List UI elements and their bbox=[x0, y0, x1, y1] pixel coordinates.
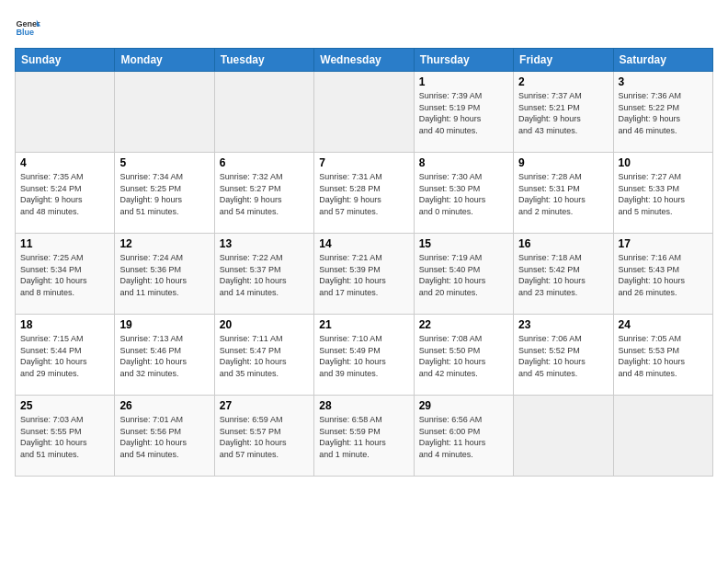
weekday-header-saturday: Saturday bbox=[613, 49, 712, 72]
calendar-cell: 10Sunrise: 7:27 AM Sunset: 5:33 PM Dayli… bbox=[613, 153, 712, 234]
day-number: 14 bbox=[319, 237, 408, 250]
day-info: Sunrise: 7:13 AM Sunset: 5:46 PM Dayligh… bbox=[119, 333, 209, 379]
calendar-cell: 2Sunrise: 7:37 AM Sunset: 5:21 PM Daylig… bbox=[514, 72, 613, 153]
day-number: 3 bbox=[619, 75, 708, 88]
calendar-cell: 7Sunrise: 7:31 AM Sunset: 5:28 PM Daylig… bbox=[314, 153, 414, 234]
day-info: Sunrise: 7:06 AM Sunset: 5:52 PM Dayligh… bbox=[518, 333, 608, 379]
day-info: Sunrise: 7:18 AM Sunset: 5:42 PM Dayligh… bbox=[518, 252, 608, 298]
calendar-cell: 17Sunrise: 7:16 AM Sunset: 5:43 PM Dayli… bbox=[613, 234, 712, 315]
day-number: 19 bbox=[119, 318, 209, 331]
day-number: 9 bbox=[518, 156, 608, 169]
day-number: 23 bbox=[518, 318, 608, 331]
day-number: 6 bbox=[220, 156, 309, 169]
day-number: 27 bbox=[220, 399, 309, 412]
calendar-cell: 11Sunrise: 7:25 AM Sunset: 5:34 PM Dayli… bbox=[16, 234, 115, 315]
calendar-cell: 19Sunrise: 7:13 AM Sunset: 5:46 PM Dayli… bbox=[115, 315, 214, 396]
day-number: 18 bbox=[20, 318, 109, 331]
day-info: Sunrise: 7:10 AM Sunset: 5:49 PM Dayligh… bbox=[319, 333, 408, 379]
day-number: 16 bbox=[518, 237, 608, 250]
calendar-cell: 3Sunrise: 7:36 AM Sunset: 5:22 PM Daylig… bbox=[613, 72, 712, 153]
calendar-table: SundayMondayTuesdayWednesdayThursdayFrid… bbox=[15, 48, 713, 477]
day-info: Sunrise: 7:01 AM Sunset: 5:56 PM Dayligh… bbox=[119, 414, 209, 460]
logo: General Blue bbox=[15, 15, 44, 40]
calendar-cell: 16Sunrise: 7:18 AM Sunset: 5:42 PM Dayli… bbox=[514, 234, 613, 315]
day-info: Sunrise: 7:27 AM Sunset: 5:33 PM Dayligh… bbox=[619, 171, 708, 217]
day-info: Sunrise: 7:15 AM Sunset: 5:44 PM Dayligh… bbox=[20, 333, 109, 379]
day-number: 2 bbox=[518, 75, 608, 88]
day-info: Sunrise: 6:59 AM Sunset: 5:57 PM Dayligh… bbox=[220, 414, 309, 460]
calendar-cell: 5Sunrise: 7:34 AM Sunset: 5:25 PM Daylig… bbox=[115, 153, 214, 234]
calendar-cell: 25Sunrise: 7:03 AM Sunset: 5:55 PM Dayli… bbox=[16, 396, 115, 477]
calendar-cell: 12Sunrise: 7:24 AM Sunset: 5:36 PM Dayli… bbox=[115, 234, 214, 315]
calendar-cell: 29Sunrise: 6:56 AM Sunset: 6:00 PM Dayli… bbox=[414, 396, 513, 477]
day-number: 15 bbox=[419, 237, 508, 250]
calendar-cell: 27Sunrise: 6:59 AM Sunset: 5:57 PM Dayli… bbox=[214, 396, 313, 477]
day-number: 7 bbox=[319, 156, 408, 169]
calendar-cell bbox=[16, 72, 115, 153]
calendar-cell: 6Sunrise: 7:32 AM Sunset: 5:27 PM Daylig… bbox=[214, 153, 313, 234]
day-number: 20 bbox=[220, 318, 309, 331]
weekday-header-thursday: Thursday bbox=[414, 49, 513, 72]
day-number: 10 bbox=[619, 156, 708, 169]
day-number: 24 bbox=[619, 318, 708, 331]
calendar-cell: 15Sunrise: 7:19 AM Sunset: 5:40 PM Dayli… bbox=[414, 234, 513, 315]
weekday-header-friday: Friday bbox=[514, 49, 613, 72]
day-number: 8 bbox=[419, 156, 508, 169]
calendar-cell: 24Sunrise: 7:05 AM Sunset: 5:53 PM Dayli… bbox=[613, 315, 712, 396]
day-info: Sunrise: 7:34 AM Sunset: 5:25 PM Dayligh… bbox=[119, 171, 209, 217]
calendar-cell: 14Sunrise: 7:21 AM Sunset: 5:39 PM Dayli… bbox=[314, 234, 414, 315]
day-number: 22 bbox=[419, 318, 508, 331]
day-number: 1 bbox=[419, 75, 508, 88]
calendar-week-row: 4Sunrise: 7:35 AM Sunset: 5:24 PM Daylig… bbox=[16, 153, 713, 234]
day-info: Sunrise: 6:58 AM Sunset: 5:59 PM Dayligh… bbox=[319, 414, 408, 460]
day-info: Sunrise: 7:16 AM Sunset: 5:43 PM Dayligh… bbox=[619, 252, 708, 298]
calendar-cell: 1Sunrise: 7:39 AM Sunset: 5:19 PM Daylig… bbox=[414, 72, 513, 153]
calendar-week-row: 25Sunrise: 7:03 AM Sunset: 5:55 PM Dayli… bbox=[16, 396, 713, 477]
calendar-cell: 21Sunrise: 7:10 AM Sunset: 5:49 PM Dayli… bbox=[314, 315, 414, 396]
calendar-cell: 28Sunrise: 6:58 AM Sunset: 5:59 PM Dayli… bbox=[314, 396, 414, 477]
calendar-week-row: 18Sunrise: 7:15 AM Sunset: 5:44 PM Dayli… bbox=[16, 315, 713, 396]
day-info: Sunrise: 7:24 AM Sunset: 5:36 PM Dayligh… bbox=[119, 252, 209, 298]
day-number: 13 bbox=[220, 237, 309, 250]
day-info: Sunrise: 7:21 AM Sunset: 5:39 PM Dayligh… bbox=[319, 252, 408, 298]
calendar-cell: 4Sunrise: 7:35 AM Sunset: 5:24 PM Daylig… bbox=[16, 153, 115, 234]
calendar-cell: 22Sunrise: 7:08 AM Sunset: 5:50 PM Dayli… bbox=[414, 315, 513, 396]
calendar-cell bbox=[214, 72, 313, 153]
day-info: Sunrise: 7:28 AM Sunset: 5:31 PM Dayligh… bbox=[518, 171, 608, 217]
day-number: 26 bbox=[119, 399, 209, 412]
day-number: 29 bbox=[419, 399, 508, 412]
weekday-header-wednesday: Wednesday bbox=[314, 49, 414, 72]
calendar-week-row: 1Sunrise: 7:39 AM Sunset: 5:19 PM Daylig… bbox=[16, 72, 713, 153]
calendar-cell bbox=[514, 396, 613, 477]
day-info: Sunrise: 6:56 AM Sunset: 6:00 PM Dayligh… bbox=[419, 414, 508, 460]
day-number: 17 bbox=[619, 237, 708, 250]
day-info: Sunrise: 7:35 AM Sunset: 5:24 PM Dayligh… bbox=[20, 171, 109, 217]
day-number: 4 bbox=[20, 156, 109, 169]
svg-text:Blue: Blue bbox=[16, 28, 34, 37]
day-number: 25 bbox=[20, 399, 109, 412]
day-info: Sunrise: 7:19 AM Sunset: 5:40 PM Dayligh… bbox=[419, 252, 508, 298]
day-info: Sunrise: 7:31 AM Sunset: 5:28 PM Dayligh… bbox=[319, 171, 408, 217]
day-number: 12 bbox=[119, 237, 209, 250]
calendar-cell: 18Sunrise: 7:15 AM Sunset: 5:44 PM Dayli… bbox=[16, 315, 115, 396]
weekday-header-monday: Monday bbox=[115, 49, 214, 72]
day-info: Sunrise: 7:25 AM Sunset: 5:34 PM Dayligh… bbox=[20, 252, 109, 298]
weekday-header-sunday: Sunday bbox=[16, 49, 115, 72]
calendar-week-row: 11Sunrise: 7:25 AM Sunset: 5:34 PM Dayli… bbox=[16, 234, 713, 315]
calendar-cell: 8Sunrise: 7:30 AM Sunset: 5:30 PM Daylig… bbox=[414, 153, 513, 234]
day-number: 11 bbox=[20, 237, 109, 250]
day-info: Sunrise: 7:39 AM Sunset: 5:19 PM Dayligh… bbox=[419, 90, 508, 136]
calendar-cell: 26Sunrise: 7:01 AM Sunset: 5:56 PM Dayli… bbox=[115, 396, 214, 477]
day-number: 5 bbox=[119, 156, 209, 169]
calendar-cell: 9Sunrise: 7:28 AM Sunset: 5:31 PM Daylig… bbox=[514, 153, 613, 234]
day-info: Sunrise: 7:37 AM Sunset: 5:21 PM Dayligh… bbox=[518, 90, 608, 136]
day-info: Sunrise: 7:08 AM Sunset: 5:50 PM Dayligh… bbox=[419, 333, 508, 379]
day-info: Sunrise: 7:03 AM Sunset: 5:55 PM Dayligh… bbox=[20, 414, 109, 460]
day-info: Sunrise: 7:22 AM Sunset: 5:37 PM Dayligh… bbox=[220, 252, 309, 298]
day-number: 28 bbox=[319, 399, 408, 412]
calendar-cell bbox=[115, 72, 214, 153]
day-info: Sunrise: 7:36 AM Sunset: 5:22 PM Dayligh… bbox=[619, 90, 708, 136]
calendar-cell bbox=[314, 72, 414, 153]
day-info: Sunrise: 7:30 AM Sunset: 5:30 PM Dayligh… bbox=[419, 171, 508, 217]
weekday-header-tuesday: Tuesday bbox=[214, 49, 313, 72]
